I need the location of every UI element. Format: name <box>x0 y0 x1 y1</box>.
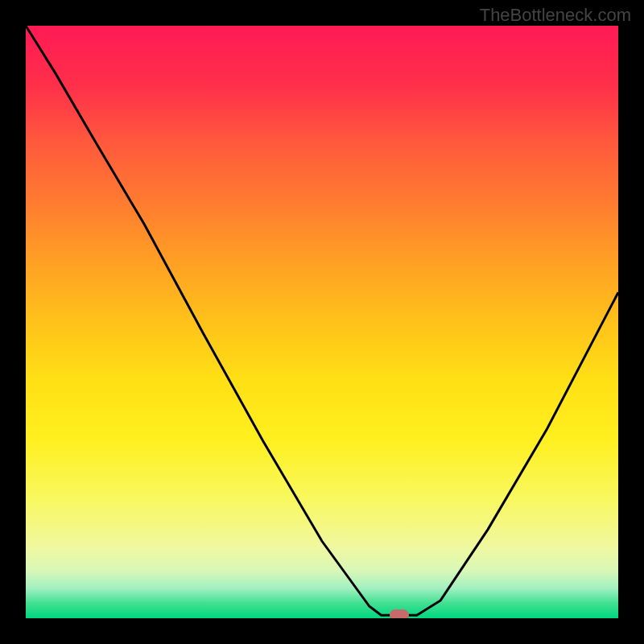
watermark-text: TheBottleneck.com <box>480 5 631 26</box>
chart-curve-svg <box>26 26 618 618</box>
chart-plot-area <box>26 26 618 618</box>
bottleneck-curve-path <box>26 26 618 615</box>
optimal-point-marker <box>390 609 409 618</box>
